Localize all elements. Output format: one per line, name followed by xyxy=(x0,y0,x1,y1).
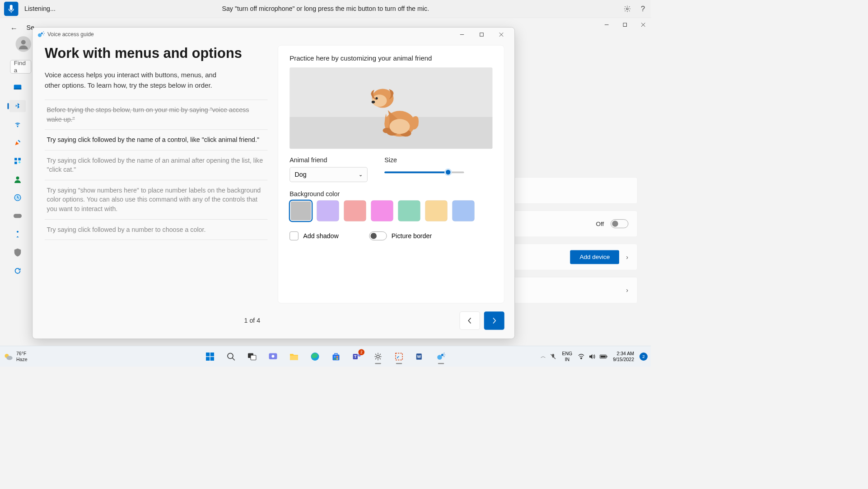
svg-point-5 xyxy=(21,40,26,45)
sidebar-item-system[interactable] xyxy=(9,82,26,94)
mic-muted-icon[interactable] xyxy=(550,353,557,360)
sidebar-item-privacy[interactable] xyxy=(9,246,26,259)
toggle-off[interactable] xyxy=(611,219,628,228)
store-button[interactable] xyxy=(327,348,345,365)
add-device-button[interactable]: Add device xyxy=(570,250,619,264)
snipping-tool-button[interactable] xyxy=(390,348,408,365)
sidebar-item-network[interactable] xyxy=(9,118,26,131)
guide-titlebar: Voice access guide xyxy=(33,28,514,42)
svg-point-28 xyxy=(389,119,410,134)
next-button[interactable] xyxy=(484,311,504,330)
wifi-icon[interactable] xyxy=(578,354,584,359)
edge-button[interactable] xyxy=(306,348,324,365)
svg-point-36 xyxy=(228,353,233,358)
svg-point-29 xyxy=(383,128,391,133)
color-swatch[interactable] xyxy=(371,200,393,221)
svg-rect-44 xyxy=(333,354,340,360)
account-avatar[interactable] xyxy=(16,36,32,52)
svg-point-52 xyxy=(377,355,379,358)
guide-instructions: Work with menus and options Voice access… xyxy=(45,45,271,304)
animal-friend-select[interactable]: Dog ⌄ xyxy=(289,167,368,182)
maximize-button[interactable] xyxy=(622,22,628,28)
back-button[interactable]: ← xyxy=(10,24,18,33)
teams-button[interactable]: T2 xyxy=(348,348,366,365)
help-icon[interactable]: ? xyxy=(639,5,647,13)
svg-point-0 xyxy=(626,8,628,9)
guide-maximize-button[interactable] xyxy=(472,28,492,42)
word-button[interactable]: W xyxy=(411,348,429,365)
voice-status: Listening... xyxy=(24,5,56,13)
sidebar-item-bluetooth[interactable] xyxy=(9,100,26,112)
chevron-right-icon: › xyxy=(626,286,628,294)
find-setting-input[interactable]: Find a xyxy=(10,60,32,74)
prev-button[interactable] xyxy=(460,311,480,330)
sidebar-item-gaming[interactable] xyxy=(9,210,26,222)
svg-rect-39 xyxy=(251,355,256,360)
task-view-button[interactable] xyxy=(243,348,261,365)
size-slider[interactable] xyxy=(384,167,464,178)
settings-app-button[interactable] xyxy=(369,348,387,365)
svg-rect-48 xyxy=(336,358,338,359)
taskbar-weather[interactable]: 76°FHaze xyxy=(4,351,28,362)
svg-rect-35 xyxy=(210,357,214,360)
sidebar-item-accounts[interactable] xyxy=(9,173,26,185)
add-shadow-checkbox[interactable] xyxy=(289,231,299,240)
clock[interactable]: 2:34 AM9/15/2022 xyxy=(613,351,634,362)
voice-hint: Say "turn off microphone" or long press … xyxy=(222,5,429,13)
svg-rect-9 xyxy=(18,158,21,160)
add-shadow-label: Add shadow xyxy=(303,232,338,240)
svg-rect-18 xyxy=(480,33,484,37)
color-swatch[interactable] xyxy=(452,200,475,221)
settings-gear-icon[interactable] xyxy=(623,5,631,13)
practice-hint: Practice here by customizing your animal… xyxy=(289,54,492,62)
background-color-label: Background color xyxy=(289,190,492,198)
sidebar-item-apps[interactable] xyxy=(9,155,26,167)
notification-badge[interactable]: 2 xyxy=(639,353,648,361)
voice-access-app-button[interactable] xyxy=(432,348,450,365)
search-button[interactable] xyxy=(222,348,240,365)
svg-rect-10 xyxy=(14,162,17,165)
color-swatch[interactable] xyxy=(317,200,339,221)
color-swatch[interactable] xyxy=(344,200,366,221)
taskbar-tray: ︿ ENGIN 2:34 AM9/15/2022 2 xyxy=(541,351,648,362)
mic-button[interactable] xyxy=(4,2,19,16)
svg-rect-7 xyxy=(14,89,22,89)
svg-rect-62 xyxy=(607,356,607,357)
animal-friend-label: Animal friend xyxy=(289,156,368,164)
animal-preview xyxy=(289,67,492,149)
start-button[interactable] xyxy=(201,348,219,365)
taskbar-center: T2 W xyxy=(201,348,450,365)
tray-chevron-icon[interactable]: ︿ xyxy=(541,353,546,360)
file-explorer-button[interactable] xyxy=(285,348,303,365)
sidebar-item-accessibility[interactable] xyxy=(9,228,26,240)
language-indicator[interactable]: ENGIN xyxy=(562,351,573,362)
chat-button[interactable] xyxy=(264,348,282,365)
svg-text:W: W xyxy=(417,354,421,359)
size-label: Size xyxy=(384,156,492,164)
svg-point-57 xyxy=(441,353,443,356)
battery-icon[interactable] xyxy=(599,354,607,359)
color-swatch[interactable] xyxy=(398,200,420,221)
color-swatch[interactable] xyxy=(425,200,448,221)
svg-rect-32 xyxy=(206,353,210,356)
volume-icon[interactable] xyxy=(588,354,595,359)
minimize-button[interactable] xyxy=(604,22,610,28)
voice-access-guide-window: Voice access guide Work with menus and o… xyxy=(32,27,515,339)
guide-step: Try saying click followed by the name of… xyxy=(45,150,268,180)
svg-rect-45 xyxy=(334,356,336,357)
sidebar-item-time[interactable] xyxy=(9,192,26,204)
picture-border-toggle[interactable] xyxy=(369,231,387,240)
weather-icon xyxy=(4,352,13,361)
svg-point-14 xyxy=(17,231,19,233)
background-color-swatches xyxy=(289,200,492,221)
svg-point-24 xyxy=(375,97,378,99)
svg-line-37 xyxy=(233,358,235,360)
sidebar-item-personalization[interactable] xyxy=(9,136,26,149)
color-swatch[interactable] xyxy=(289,200,312,221)
mic-icon xyxy=(8,5,14,13)
close-button[interactable] xyxy=(640,22,647,28)
svg-rect-33 xyxy=(210,353,214,356)
sidebar-item-update[interactable] xyxy=(9,265,26,277)
guide-minimize-button[interactable] xyxy=(452,28,472,42)
guide-close-button[interactable] xyxy=(491,28,511,42)
